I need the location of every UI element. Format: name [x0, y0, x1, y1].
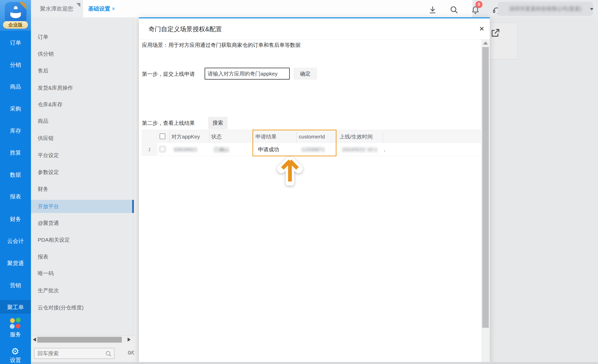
modal-close-icon[interactable]: × — [477, 24, 486, 33]
hscroll-left-arrow-icon[interactable] — [33, 338, 36, 342]
vscroll-up-arrow-icon[interactable] — [483, 42, 488, 45]
settings-menu-shipping-warehouse[interactable]: 发货&库房操作 — [31, 84, 134, 92]
account-name-blurred-text: 深圳市某某科技有限公司(某某) — [509, 6, 582, 12]
sidebar-item-cloud-accounting[interactable]: 云会计 — [0, 237, 31, 245]
tab-close-icon[interactable]: × — [112, 6, 115, 12]
settings-menu: 订单 供分销 售后 发货&库房操作 仓库&库存 商品 供应链 平台设定 参数设定… — [31, 17, 134, 336]
step2-label: 第二步，查看上线结果 — [142, 120, 195, 127]
row-checkbox[interactable] — [160, 146, 165, 152]
sidebar-item-products[interactable]: 商品 — [0, 83, 31, 91]
settings-menu-supply-chain[interactable]: 供应链 — [31, 134, 134, 142]
result-table-header: 对方appKey 状态 申请结果 customerId 上线/生效时间 — [142, 130, 489, 143]
settings-menu-cloud-warehouse[interactable]: 云仓对接(分仓维度) — [31, 304, 134, 311]
enterprise-badge: 企业版 — [3, 21, 28, 29]
hscroll-thumb[interactable] — [37, 337, 122, 343]
row-result: 申请成功 — [258, 143, 279, 156]
settings-menu-pda[interactable]: PDA相关设定 — [31, 236, 134, 244]
open-in-new-window-icon[interactable] — [491, 28, 500, 38]
sidebar-item-marketing[interactable]: 营销 — [0, 281, 31, 290]
top-bar-surface — [120, 0, 472, 17]
menu-footer: 0/0 — [31, 344, 139, 362]
menu-search-magnifier-icon — [105, 350, 112, 357]
qimen-config-modal: 奇门自定义场景授权&配置 × 应用场景：用于对方应用通过奇门获取商家仓的订单和售… — [139, 17, 490, 364]
menu-search-input[interactable] — [34, 348, 115, 359]
select-all-checkbox[interactable] — [160, 133, 165, 139]
settings-menu-reports[interactable]: 报表 — [31, 253, 134, 261]
settings-menu-production-batch[interactable]: 生产批次 — [31, 287, 134, 294]
sidebar-item-finance[interactable]: 财务 — [0, 215, 31, 224]
col-customerid: customerId — [299, 130, 325, 143]
row-time-blurred: 2024/5/22 10:1 — [342, 143, 377, 156]
settings-menu-warehouse-inventory[interactable]: 仓库&库存 — [31, 101, 134, 108]
settings-menu-at-juhuotong[interactable]: @聚货通 — [31, 219, 134, 227]
sidebar-item-juhuotong[interactable]: 聚货通 — [0, 259, 31, 268]
notification-count-badge: 0 — [475, 1, 482, 8]
page-edge-strip — [134, 17, 139, 362]
account-name[interactable]: 深圳市某某科技有限公司(某某) — [498, 2, 593, 16]
sidebar-item-distribution[interactable]: 分销 — [0, 61, 31, 69]
tab-welcome[interactable]: 聚水潭欢迎您 — [35, 0, 78, 17]
hscroll-right-arrow-icon[interactable] — [128, 338, 131, 342]
annotation-arrow-up-icon — [277, 157, 303, 186]
sidebar-item-shengsuan[interactable]: 胜算 — [0, 149, 31, 157]
row-appkey-blurred: 83639921 — [174, 143, 197, 156]
step1-label: 第一步，提交上线申请 — [142, 70, 195, 78]
modal-header-divider — [139, 39, 490, 40]
settings-menu-unique-code[interactable]: 唯一码 — [31, 270, 134, 277]
settings-menu-orders[interactable]: 订单 — [31, 33, 134, 41]
window-bottom-strip — [31, 362, 598, 364]
settings-menu-platform[interactable]: 平台设定 — [31, 152, 134, 159]
col-online-time: 上线/生效时间 — [340, 130, 373, 143]
settings-menu-parameters[interactable]: 参数设定 — [31, 168, 134, 176]
sidebar-item-reports[interactable]: 报表 — [0, 192, 31, 201]
row-time-suffix: . — [384, 143, 385, 156]
sidebar-item-services[interactable]: 服务 — [0, 330, 31, 339]
scenario-description: 应用场景：用于对方应用通过奇门获取商家仓的订单和售后单等数据 — [142, 42, 301, 49]
settings-gear-icon: ⚙ — [11, 347, 19, 356]
result-table-row[interactable]: 1 83639921 已确认 申请成功 12339871 2024/5/22 1… — [142, 143, 489, 156]
appkey-input[interactable] — [205, 68, 290, 80]
search-icon[interactable] — [450, 6, 458, 14]
settings-menu-hscrollbar[interactable] — [31, 336, 134, 344]
services-clover-icon — [10, 318, 21, 329]
tab-corner-flag-icon — [76, 3, 80, 7]
settings-menu-aftersales[interactable]: 售后 — [31, 67, 134, 75]
sidebar-item-settings[interactable]: 设置 — [0, 356, 31, 364]
vscroll-thumb[interactable] — [482, 47, 489, 328]
row-customerid-blurred: 12339871 — [301, 143, 325, 156]
settings-menu-open-platform[interactable]: 开放平台 — [31, 203, 134, 210]
tab-basic-settings-label: 基础设置 — [88, 6, 110, 12]
col-result: 申请结果 — [255, 130, 277, 143]
col-appkey: 对方appKey — [171, 130, 200, 143]
app-logo[interactable] — [5, 2, 26, 24]
settings-menu-supply-distribution[interactable]: 供分销 — [31, 50, 134, 58]
col-status: 状态 — [211, 130, 222, 143]
sidebar-item-jugongdan[interactable]: 聚工单 — [0, 303, 31, 312]
account-caret-icon — [590, 8, 593, 10]
confirm-button[interactable]: 确定 — [294, 68, 317, 80]
settings-menu-finance[interactable]: 财务 — [31, 185, 134, 193]
sidebar-item-data[interactable]: 数据 — [0, 171, 31, 179]
settings-menu-products[interactable]: 商品 — [31, 117, 134, 125]
background-panel — [490, 23, 518, 59]
download-icon[interactable] — [428, 6, 437, 14]
modal-vscrollbar[interactable] — [481, 40, 490, 364]
modal-title: 奇门自定义场景授权&配置 — [148, 25, 222, 33]
sidebar-item-orders[interactable]: 订单 — [0, 39, 31, 47]
row-status-blurred: 已确认 — [214, 143, 230, 156]
row-index: 1 — [142, 143, 157, 156]
search-button[interactable]: 搜索 — [208, 117, 228, 129]
logo-bowl-cut — [9, 9, 22, 13]
sidebar-item-purchase[interactable]: 采购 — [0, 104, 31, 113]
app-screen: 聚水潭欢迎您 基础设置 × 0 深圳市某某科技有限公司(某某) — [0, 0, 598, 364]
sidebar-item-inventory[interactable]: 库存 — [0, 127, 31, 135]
tab-basic-settings[interactable]: 基础设置 × — [83, 0, 120, 17]
